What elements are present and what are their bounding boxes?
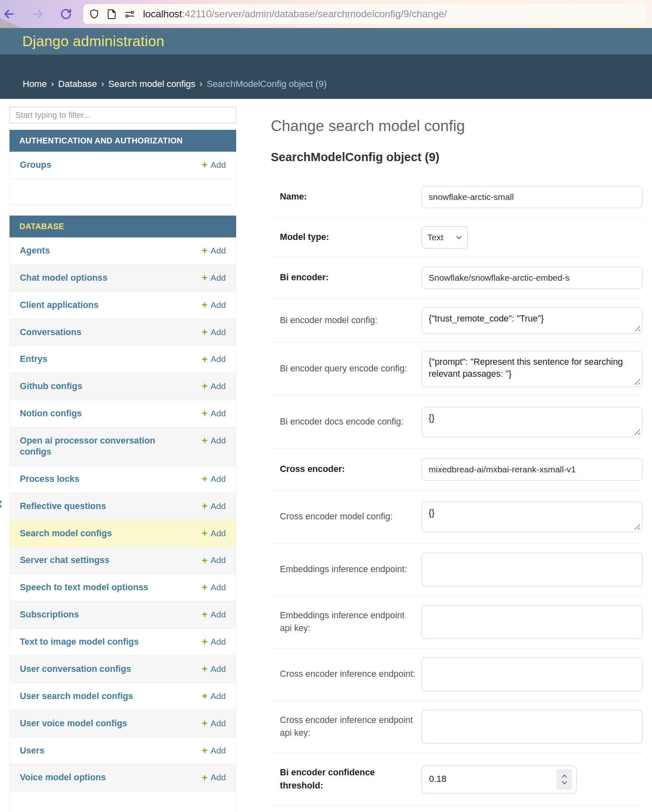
sidebar-link-chat-model-optionss[interactable]: Chat model optionss — [20, 272, 108, 284]
sidebar-link-client-applications[interactable]: Client applications — [20, 300, 99, 311]
bi-encoder-model-config-textarea[interactable] — [422, 307, 643, 334]
add-users-link[interactable]: +Add — [202, 745, 226, 756]
plus-icon: + — [202, 664, 208, 674]
page-title: Change search model config — [271, 117, 643, 135]
sidebar-link-entrys[interactable]: Entrys — [20, 354, 47, 365]
sidebar-link-process-locks[interactable]: Process locks — [20, 474, 80, 485]
add-groups-link[interactable]: +Add — [202, 160, 226, 170]
sidebar-item-speech-to-text-model-optionss: Speech to text model optionss+Add — [9, 574, 236, 601]
url-bar[interactable]: localhost:42110/server/admin/database/se… — [83, 4, 646, 24]
permissions-icon[interactable] — [124, 9, 136, 20]
breadcrumb-link-search-model-configs[interactable]: Search model configs — [108, 79, 196, 89]
add-entrys-link[interactable]: +Add — [202, 354, 226, 364]
sidebar-link-user-voice-model-configs[interactable]: User voice model configs — [20, 718, 127, 729]
sidebar-empty-row — [9, 179, 236, 205]
plus-icon: + — [202, 327, 208, 337]
breadcrumb-link-home[interactable]: Home — [23, 79, 47, 89]
add-search-model-configs-link[interactable]: +Add — [202, 528, 226, 539]
sidebar-item-conversations: Conversations+Add — [9, 319, 236, 346]
add-github-configs-link[interactable]: +Add — [202, 381, 226, 392]
sidebar-link-speech-to-text-model-optionss[interactable]: Speech to text model optionss — [20, 582, 148, 593]
add-agents-link[interactable]: +Add — [202, 245, 226, 256]
cross-encoder-inference-endpoint-input[interactable] — [422, 657, 643, 691]
page-info-icon[interactable] — [107, 9, 117, 20]
add-client-applications-link[interactable]: +Add — [202, 300, 226, 310]
sidebar-toggle[interactable]: ‹ — [0, 495, 2, 511]
embeddings-inference-endpoint-input[interactable] — [422, 553, 643, 587]
field-row-cross-encoder: Cross encoder: — [271, 449, 643, 490]
sidebar-item-notion-configs: Notion configs+Add — [9, 400, 236, 427]
sidebar-link-subscriptions[interactable]: Subscriptions — [20, 609, 79, 620]
sidebar-link-user-conversation-configs[interactable]: User conversation configs — [20, 664, 131, 675]
model-type-select[interactable]: Text — [422, 226, 468, 249]
sidebar-link-groups[interactable]: Groups — [20, 160, 51, 171]
sidebar-link-reflective-questions[interactable]: Reflective questions — [20, 501, 106, 512]
forward-icon[interactable] — [32, 8, 44, 20]
add-user-voice-model-configs-link[interactable]: +Add — [202, 718, 226, 729]
cross-encoder-input[interactable] — [422, 458, 643, 481]
add-label: Add — [211, 381, 226, 392]
add-subscriptions-link[interactable]: +Add — [202, 609, 226, 620]
breadcrumb-separator: › — [51, 79, 54, 89]
bi-encoder-input[interactable] — [422, 267, 643, 289]
chevron-down-icon — [456, 234, 462, 241]
field-label-bi-encoder-docs-encode-config: Bi encoder docs encode config: — [280, 415, 416, 428]
cross-encoder-inference-endpoint-api-key-input[interactable] — [422, 710, 643, 744]
cross-encoder-model-config-textarea[interactable] — [422, 502, 643, 532]
sidebar-filter-input[interactable] — [9, 107, 236, 123]
sidebar-link-server-chat-settingss[interactable]: Server chat settingss — [20, 555, 110, 566]
sidebar-link-user-search-model-configs[interactable]: User search model configs — [20, 691, 133, 702]
sidebar-section-database: DATABASE — [9, 216, 236, 237]
url-path: :42110/server/admin/database/searchmodel… — [182, 8, 447, 19]
add-text-to-image-model-configs-link[interactable]: +Add — [202, 636, 226, 647]
add-voice-model-options-link[interactable]: +Add — [202, 772, 226, 783]
plus-icon: + — [202, 381, 208, 391]
add-user-conversation-configs-link[interactable]: +Add — [202, 664, 226, 674]
add-label: Add — [211, 300, 226, 310]
bi-encoder-query-encode-config-textarea[interactable] — [422, 351, 643, 387]
sidebar-link-notion-configs[interactable]: Notion configs — [20, 408, 82, 419]
add-server-chat-settingss-link[interactable]: +Add — [202, 555, 226, 566]
add-notion-configs-link[interactable]: +Add — [202, 408, 226, 419]
breadcrumb-current: SearchModelConfig object (9) — [206, 79, 326, 89]
add-open-ai-processor-conversation-configs-link[interactable]: +Add — [202, 435, 226, 446]
sidebar-item-entrys: Entrys+Add — [9, 346, 236, 373]
add-reflective-questions-link[interactable]: +Add — [202, 501, 226, 512]
sidebar-link-users[interactable]: Users — [20, 745, 45, 756]
shield-icon[interactable] — [89, 9, 100, 20]
plus-icon: + — [202, 718, 208, 728]
sidebar-item-reflective-questions: Reflective questions+Add — [9, 493, 236, 520]
site-title[interactable]: Django administration — [22, 33, 164, 49]
name-input[interactable] — [422, 186, 643, 208]
add-chat-model-optionss-link[interactable]: +Add — [202, 272, 226, 283]
embeddings-inference-endpoint-api-key-input[interactable] — [422, 605, 643, 639]
plus-icon: + — [202, 637, 208, 647]
field-label-cross-encoder-inference-endpoint-api-key: Cross encoder inference endpoint api key… — [280, 714, 416, 739]
reload-icon[interactable] — [60, 8, 72, 20]
sidebar-link-text-to-image-model-configs[interactable]: Text to image model configs — [20, 636, 139, 648]
content-area: Change search model config SearchModelCo… — [236, 99, 652, 806]
sidebar-link-github-configs[interactable]: Github configs — [20, 381, 82, 392]
sidebar-item-process-locks: Process locks+Add — [9, 466, 236, 493]
bi-encoder-confidence-threshold-input[interactable] — [424, 774, 556, 784]
sidebar-link-conversations[interactable]: Conversations — [20, 327, 81, 338]
add-label: Add — [211, 582, 226, 593]
breadcrumb: Home›Database›Search model configs›Searc… — [0, 54, 652, 99]
add-conversations-link[interactable]: +Add — [202, 327, 226, 338]
bi-encoder-docs-encode-config-textarea[interactable] — [422, 407, 643, 437]
back-icon[interactable] — [3, 8, 15, 20]
main-layout: ‹ AUTHENTICATION AND AUTHORIZATIONGroups… — [0, 99, 652, 812]
field-row-cross-encoder-inference-endpoint-api-key: Cross encoder inference endpoint api key… — [271, 701, 643, 753]
add-speech-to-text-model-optionss-link[interactable]: +Add — [202, 582, 226, 593]
add-label: Add — [211, 272, 226, 283]
sidebar-link-agents[interactable]: Agents — [20, 245, 50, 256]
field-row-bi-encoder-query-encode-config: Bi encoder query encode config: — [271, 343, 643, 396]
sidebar-link-open-ai-processor-conversation-configs[interactable]: Open ai processor conversation configs — [20, 435, 158, 458]
sidebar-link-search-model-configs[interactable]: Search model configs — [20, 528, 112, 539]
number-spinner[interactable] — [556, 769, 572, 790]
url-host: localhost — [143, 8, 182, 19]
breadcrumb-link-database[interactable]: Database — [58, 79, 97, 89]
add-process-locks-link[interactable]: +Add — [202, 474, 226, 484]
sidebar-link-voice-model-options[interactable]: Voice model options — [20, 772, 106, 783]
add-user-search-model-configs-link[interactable]: +Add — [202, 691, 226, 702]
